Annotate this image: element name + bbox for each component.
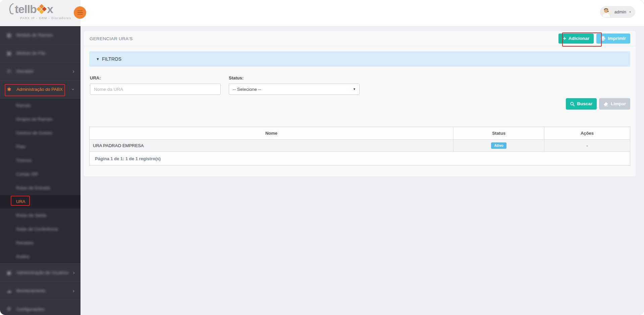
uras-table: Nome Status Ações URA PADRAO EMPRESA Ati… xyxy=(89,127,630,166)
sidebar-item-recados[interactable]: Recados xyxy=(0,236,80,250)
table-row[interactable]: URA PADRAO EMPRESA Ativo - xyxy=(90,140,630,152)
filters-title: FILTROS xyxy=(102,56,121,62)
sidebar-item-label: Troncos xyxy=(16,158,32,163)
logo-diamond-icon xyxy=(37,5,46,14)
status-field-group: Status: -- Selecione -- ▼ xyxy=(229,75,360,95)
sidebar-item-label: Áudios xyxy=(16,254,30,259)
search-icon xyxy=(570,102,575,106)
limpar-button-label: Limpar xyxy=(611,102,626,106)
sidebar-item-modulo-de-ramais[interactable]: ▦ Módulo de Ramais xyxy=(0,26,80,44)
filters-toggle[interactable]: ▼ FILTROS xyxy=(89,51,630,67)
column-header-status: Status xyxy=(453,127,544,139)
sidebar-item-label: Ramais xyxy=(16,103,31,108)
filter-actions: Buscar Limpar xyxy=(566,98,630,110)
sidebar-item-label: Recados xyxy=(16,240,33,245)
app-window: tellb x PABX IP - CRM - Discadores xyxy=(0,0,644,315)
sidebar-item-rotas-de-saida[interactable]: Rotas de Saída xyxy=(0,208,80,222)
buscar-button[interactable]: Buscar xyxy=(566,98,597,110)
user-menu[interactable]: admin ▾ xyxy=(600,6,635,18)
caret-down-icon: ▼ xyxy=(96,57,100,61)
sidebar-item-modulo-de-fila[interactable]: ▦ Módulo de Fila xyxy=(0,44,80,62)
asterisk-icon: ✱ xyxy=(6,86,12,92)
sidebar-item-label: URA xyxy=(16,199,25,204)
sidebar-item-label: Módulo de Ramais xyxy=(16,33,53,38)
table-pagination: Página 1 de 1: 1 de 1 registro(s) xyxy=(90,152,630,165)
user-caret-icon: ▾ xyxy=(629,10,631,14)
sidebar-item-label: Monitoramento xyxy=(16,288,46,293)
sidebar-item-ramais[interactable]: Ramais xyxy=(0,99,80,112)
status-label: Status: xyxy=(229,75,360,80)
sidebar-item-label: Salas de Conferência xyxy=(16,227,58,232)
sidebar-item-rotas-de-entrada[interactable]: Rotas de Entrada xyxy=(0,181,80,195)
chevron-down-icon: › xyxy=(72,86,74,92)
row-status: Ativo xyxy=(453,140,544,151)
logo-text-left: tellb xyxy=(15,3,37,15)
imprimir-button[interactable]: Imprimir xyxy=(596,34,630,44)
status-select[interactable]: -- Selecione -- ▼ xyxy=(229,83,360,95)
phone-icon: ✆ xyxy=(6,68,12,74)
sidebar-item-ura[interactable]: URA xyxy=(0,195,80,208)
limpar-button[interactable]: Limpar xyxy=(599,98,630,110)
table-header: Nome Status Ações xyxy=(90,127,630,140)
sidebar-item-label: Módulo de Fila xyxy=(16,51,45,56)
column-header-acoes: Ações xyxy=(544,127,630,139)
gear-icon: ⚙ xyxy=(6,306,12,312)
sidebar-item-label: Discador xyxy=(16,69,34,74)
imprimir-button-label: Imprimir xyxy=(608,36,626,41)
eraser-icon xyxy=(603,102,608,106)
sidebar-item-troncos[interactable]: Troncos xyxy=(0,153,80,167)
adicionar-button[interactable]: + Adicionar xyxy=(558,34,594,44)
ura-field-group: URA: xyxy=(90,75,221,95)
sidebar-item-monitoramento[interactable]: ☁ Monitoramento › xyxy=(0,282,80,300)
main-content: GERENCIAR URA'S + Adicionar Imprimir xyxy=(80,26,644,315)
cloud-icon: ☁ xyxy=(6,288,12,294)
topbar: tellb x PABX IP - CRM - Discadores xyxy=(0,0,644,26)
select-caret-icon: ▼ xyxy=(353,87,356,91)
status-select-value: -- Selecione -- xyxy=(233,87,261,92)
row-acoes: - xyxy=(544,140,630,151)
sidebar: ▦ Módulo de Ramais ▦ Módulo de Fila ✆ Di… xyxy=(0,26,80,315)
hamburger-icon xyxy=(77,10,83,11)
ura-label: URA: xyxy=(90,75,221,80)
card-header: GERENCIAR URA'S + Adicionar Imprimir xyxy=(84,31,636,46)
sidebar-item-label: Rotas de Saída xyxy=(16,213,46,218)
sidebar-item-discador[interactable]: ✆ Discador › xyxy=(0,62,80,80)
column-header-nome: Nome xyxy=(90,127,453,139)
sidebar-item-contas-sip[interactable]: Contas SIP xyxy=(0,167,80,181)
sidebar-item-label: Administração de Usuários xyxy=(16,270,68,275)
sidebar-toggle-button[interactable] xyxy=(74,6,86,19)
sidebar-item-configuracoes[interactable]: ⚙ Configurações xyxy=(0,300,80,315)
status-badge: Ativo xyxy=(491,142,506,149)
chevron-right-icon: › xyxy=(72,68,74,74)
avatar xyxy=(601,7,611,17)
sidebar-item-centros-de-custos[interactable]: Centros de Custos xyxy=(0,126,80,140)
adicionar-button-label: Adicionar xyxy=(569,36,589,41)
sidebar-item-grupos-de-ramais[interactable]: Grupos de Ramais xyxy=(0,112,80,126)
sidebar-item-audios[interactable]: Áudios xyxy=(0,250,80,263)
sidebar-item-administracao-de-usuarios[interactable]: ▣ Administração de Usuários › xyxy=(0,264,80,282)
module-icon: ▦ xyxy=(6,50,12,56)
sidebar-item-label: Filas xyxy=(16,144,25,149)
username: admin xyxy=(614,9,626,14)
sidebar-item-label: Centros de Custos xyxy=(16,130,52,135)
sidebar-item-label: Administração do PABX xyxy=(16,87,63,92)
sidebar-item-salas-de-conferencia[interactable]: Salas de Conferência xyxy=(0,222,80,236)
module-icon: ▦ xyxy=(6,32,12,38)
sidebar-item-administracao-do-pabx[interactable]: ✱ Administração do PABX › xyxy=(0,80,80,99)
chevron-right-icon: › xyxy=(72,288,74,294)
logo-area: tellb x PABX IP - CRM - Discadores xyxy=(0,0,80,26)
sidebar-item-label: Configurações xyxy=(16,307,45,312)
printer-icon xyxy=(601,36,605,41)
page-title: GERENCIAR URA'S xyxy=(90,36,133,41)
sidebar-item-label: Rotas de Entrada xyxy=(16,185,50,190)
pabx-submenu: Ramais Grupos de Ramais Centros de Custo… xyxy=(0,99,80,264)
gerenciar-uras-card: GERENCIAR URA'S + Adicionar Imprimir xyxy=(84,31,636,177)
tellbox-logo: tellb x PABX IP - CRM - Discadores xyxy=(9,3,71,20)
row-nome: URA PADRAO EMPRESA xyxy=(90,140,453,151)
headset-icon xyxy=(9,3,14,15)
logo-subtitle: PABX IP - CRM - Discadores xyxy=(9,16,71,20)
sidebar-item-filas[interactable]: Filas xyxy=(0,140,80,153)
header-buttons: + Adicionar Imprimir xyxy=(558,34,630,44)
sidebar-item-label: Contas SIP xyxy=(16,172,38,177)
ura-name-input[interactable] xyxy=(90,83,221,95)
